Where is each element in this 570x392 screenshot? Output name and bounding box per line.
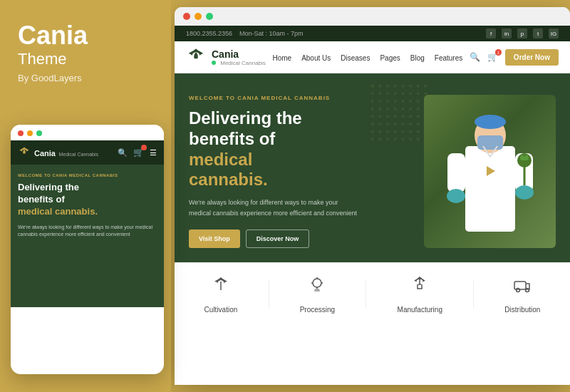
brand-subtitle: Theme <box>18 50 153 68</box>
category-cultivation[interactable]: Cultivation <box>204 274 238 315</box>
social-instagram-icon[interactable]: IG <box>549 29 559 38</box>
mobile-dot-yellow <box>27 130 33 136</box>
online-indicator <box>212 61 216 65</box>
social-twitter-icon[interactable]: t <box>533 29 543 38</box>
svg-point-15 <box>517 288 520 292</box>
nav-diseases[interactable]: Diseases <box>341 54 370 62</box>
mobile-dot-red <box>18 130 24 136</box>
mobile-logo-name: Cania <box>34 149 56 158</box>
hero-accent-cannabis: cannabis. <box>189 170 268 189</box>
category-divider-1 <box>269 280 269 309</box>
desktop-dot-yellow <box>195 13 202 20</box>
hero-buttons: Visit Shop Discover Now <box>189 229 417 248</box>
mobile-logo-sub: Medical Cannabis <box>58 152 98 157</box>
hero-content: WELCOME TO CANIA MEDICAL CANNABIS Delive… <box>189 95 424 248</box>
manufacturing-label: Manufacturing <box>398 306 442 314</box>
mobile-hero: WELCOME TO CANIA MEDICAL CANNABIS Delive… <box>11 165 164 307</box>
processing-icon <box>300 274 335 299</box>
desktop-dot-green <box>206 13 213 20</box>
info-bar-left: 1800.2355.2356 Mon-Sat : 10am - 7pm <box>186 30 304 37</box>
site-logo-area: Cania Medical Cannabis <box>186 47 266 67</box>
distribution-label: Distribution <box>504 306 540 314</box>
brand-title: Cania <box>18 21 153 50</box>
info-bar-right: f in p t IG <box>486 29 559 38</box>
brand-by: By GoodLayers <box>18 73 153 83</box>
mobile-menu-icon[interactable]: ☰ <box>150 148 157 158</box>
nav-menu: Home About Us Diseases Pages Blog Featur… <box>272 51 462 63</box>
hero-accent-medical: medical <box>189 150 252 169</box>
site-logo-icon <box>186 47 206 67</box>
hero-description: We're always looking for different ways … <box>189 197 360 218</box>
mobile-nav: Cania Medical Cannabis 🔍 🛒 ☰ <box>11 140 164 165</box>
nav-about[interactable]: About Us <box>301 54 331 62</box>
mobile-hero-title: Delivering the benefits of medical canna… <box>18 182 157 218</box>
phone-number: 1800.2355.2356 <box>186 30 232 37</box>
site-sub: Medical Cannabis <box>212 60 266 66</box>
svg-point-9 <box>515 185 534 200</box>
discover-now-button[interactable]: Discover Now <box>246 229 310 248</box>
nav-actions: 🔍 🛒 1 Order Now <box>470 49 559 66</box>
order-now-button[interactable]: Order Now <box>505 49 559 66</box>
play-button[interactable] <box>477 158 503 184</box>
cultivation-icon <box>204 274 238 299</box>
mobile-mockup: Cania Medical Cannabis 🔍 🛒 ☰ WELCOME TO … <box>11 125 164 374</box>
category-divider-2 <box>366 280 366 309</box>
distribution-icon <box>504 274 540 299</box>
svg-point-13 <box>313 279 321 287</box>
cart-badge: 1 <box>495 49 502 56</box>
mobile-logo-area: Cania Medical Cannabis <box>18 146 98 159</box>
social-pinterest-icon[interactable]: p <box>517 29 527 38</box>
svg-rect-6 <box>447 153 465 192</box>
mobile-top-bar <box>11 125 164 140</box>
desktop-top-bar <box>175 7 570 26</box>
mobile-hero-desc: We're always looking for different ways … <box>18 224 157 239</box>
mobile-dot-green <box>36 130 42 136</box>
manufacturing-icon <box>398 274 442 299</box>
category-divider-3 <box>473 280 474 309</box>
business-hours: Mon-Sat : 10am - 7pm <box>239 30 304 37</box>
hero-title-line1: Delivering the <box>189 108 302 128</box>
mobile-hero-accent: medical cannabis. <box>18 206 98 217</box>
hero-image <box>424 95 556 248</box>
mobile-nav-icons: 🔍 🛒 ☰ <box>118 148 157 158</box>
desktop-dot-red <box>183 13 190 20</box>
desktop-browser-content: 1800.2355.2356 Mon-Sat : 10am - 7pm f in… <box>175 26 570 383</box>
social-linkedin-icon[interactable]: in <box>502 29 512 38</box>
left-panel: Cania Theme By GoodLayers Cania Medical … <box>0 0 171 392</box>
svg-point-4 <box>475 115 506 129</box>
search-icon[interactable]: 🔍 <box>470 52 480 62</box>
site-categories: Cultivation Processing <box>175 262 570 326</box>
site-hero: WELCOME TO CANIA MEDICAL CANNABIS Delive… <box>175 73 570 262</box>
site-logo-text: Cania Medical Cannabis <box>212 48 266 66</box>
nav-pages[interactable]: Pages <box>380 54 400 62</box>
site-sub-text: Medical Cannabis <box>220 60 266 66</box>
category-manufacturing[interactable]: Manufacturing <box>398 274 442 315</box>
site-name: Cania <box>212 48 266 60</box>
nav-features[interactable]: Features <box>435 54 462 62</box>
mobile-logo-text: Cania Medical Cannabis <box>34 147 98 158</box>
svg-rect-14 <box>514 282 526 289</box>
nav-home[interactable]: Home <box>272 54 291 62</box>
visit-shop-button[interactable]: Visit Shop <box>189 229 240 248</box>
svg-rect-5 <box>477 135 503 150</box>
svg-point-8 <box>447 189 465 203</box>
cart-icon[interactable]: 🛒 1 <box>487 52 498 62</box>
social-facebook-icon[interactable]: f <box>486 29 496 38</box>
mobile-welcome-text: WELCOME TO CANIA MEDICAL CANNABIS <box>18 173 157 177</box>
desktop-mockup: 1800.2355.2356 Mon-Sat : 10am - 7pm f in… <box>175 7 570 385</box>
category-distribution[interactable]: Distribution <box>504 274 540 315</box>
mobile-search-icon[interactable]: 🔍 <box>118 148 128 158</box>
site-nav: Cania Medical Cannabis Home About Us Dis… <box>175 41 570 73</box>
category-processing[interactable]: Processing <box>300 274 335 315</box>
hero-welcome-text: WELCOME TO CANIA MEDICAL CANNABIS <box>189 95 417 101</box>
hero-title-line2: benefits of <box>189 129 275 148</box>
mobile-hero-title-line1: Delivering the <box>18 182 79 192</box>
mobile-cart-badge <box>141 145 147 150</box>
svg-point-16 <box>526 288 529 292</box>
nav-blog[interactable]: Blog <box>410 54 425 62</box>
mobile-hero-title-line2: benefits of <box>18 194 65 205</box>
hero-title: Delivering the benefits of medical canna… <box>189 108 417 190</box>
site-info-bar: 1800.2355.2356 Mon-Sat : 10am - 7pm f in… <box>175 26 570 41</box>
mobile-cart-icon[interactable]: 🛒 <box>133 148 144 158</box>
mobile-logo-icon <box>18 146 31 159</box>
